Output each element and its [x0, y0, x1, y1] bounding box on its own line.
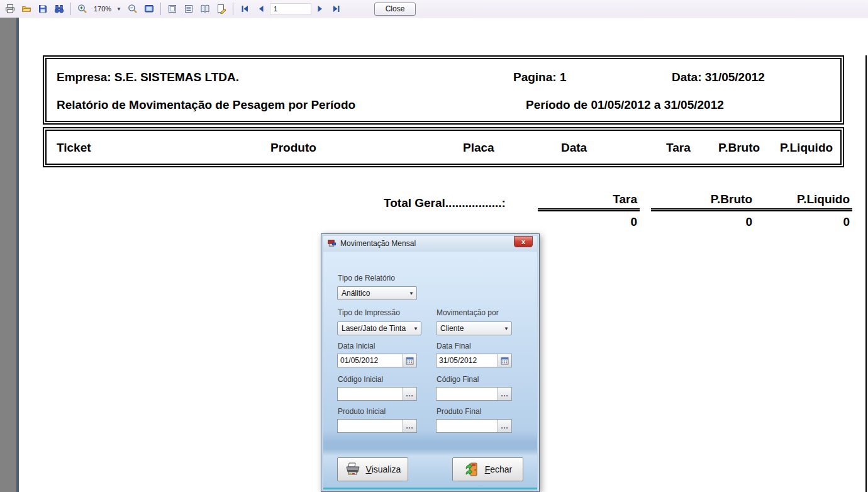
total-tara-value: 0: [538, 211, 640, 229]
tipo-impressao-label: Tipo de Impressão: [338, 308, 400, 317]
preview-gutter: [0, 18, 16, 492]
next-page-icon: [315, 4, 325, 14]
fit-window-button[interactable]: [142, 2, 157, 16]
movimentacao-por-label: Movimentação por: [437, 308, 499, 317]
produto-final-label: Produto Final: [437, 407, 481, 416]
first-page-button[interactable]: [237, 2, 252, 16]
dialog-body: Tipo de Relatório Análitico ▼ Tipo de Im…: [323, 252, 537, 489]
chevron-down-icon: ▼: [116, 6, 121, 12]
fechar-button[interactable]: Fechar: [452, 457, 523, 481]
zoom-out-button[interactable]: [125, 2, 140, 16]
column-header-data: Data: [561, 141, 587, 155]
column-header-tara: Tara: [666, 141, 691, 155]
save-button[interactable]: [35, 2, 50, 16]
chevron-down-icon: ▼: [411, 322, 421, 335]
codigo-inicial-input[interactable]: [338, 388, 403, 400]
column-header-ticket: Ticket: [57, 141, 91, 155]
page-number-input[interactable]: [270, 3, 311, 15]
open-folder-icon: [21, 4, 31, 14]
total-tara-header: Tara: [538, 193, 640, 211]
toolbar-separator: [70, 3, 71, 15]
total-pbruto-header: P.Bruto: [651, 193, 755, 211]
toolbar-separator: [160, 3, 161, 15]
total-pbruto-value: 0: [651, 211, 755, 229]
next-page-button[interactable]: [313, 2, 328, 16]
save-icon: [38, 4, 48, 14]
column-header-pliquido: P.Liquido: [780, 141, 833, 155]
zoom-level-dropdown[interactable]: 170% ▼: [91, 3, 124, 15]
data-final-field: [436, 354, 512, 367]
movimentacao-por-combo[interactable]: Cliente ▼: [436, 321, 512, 335]
produto-inicial-label: Produto Inicial: [338, 407, 386, 416]
first-page-icon: [240, 4, 250, 14]
report-date: Data: 31/05/2012: [672, 70, 765, 84]
codigo-inicial-lookup-button[interactable]: ...: [403, 388, 416, 400]
column-header-produto: Produto: [270, 141, 316, 155]
prev-page-button[interactable]: [253, 2, 269, 16]
tipo-impressao-combo[interactable]: Laser/Jato de Tinta ▼: [337, 321, 421, 335]
report-company: Empresa: S.E. SISTEMAS LTDA.: [57, 70, 239, 84]
movimentacao-mensal-dialog: Movimentação Mensal x Tipo de Relatório …: [321, 233, 540, 492]
column-header-pbruto: P.Bruto: [718, 141, 760, 155]
preview-toolbar: 170% ▼ Close: [0, 0, 868, 18]
tipo-relatorio-combo[interactable]: Análitico ▼: [337, 286, 417, 300]
codigo-final-field: ...: [436, 387, 512, 401]
open-book-icon: [200, 4, 210, 14]
calendar-icon: [406, 357, 414, 365]
open-button[interactable]: [19, 2, 34, 16]
report-columns-box: Ticket Produto Placa Data Tara P.Bruto P…: [43, 127, 844, 167]
dialog-close-button[interactable]: x: [514, 236, 533, 247]
print-button[interactable]: [3, 2, 18, 16]
print-icon: [5, 4, 15, 14]
data-final-label: Data Final: [437, 342, 471, 350]
dialog-titlebar[interactable]: Movimentação Mensal: [322, 235, 538, 252]
whole-page-view-button[interactable]: [165, 2, 180, 16]
data-inicial-input[interactable]: [338, 354, 403, 367]
codigo-final-label: Código Final: [437, 375, 479, 384]
find-button[interactable]: [52, 2, 67, 16]
zoom-level-value: 170%: [94, 5, 111, 13]
data-final-calendar-button[interactable]: [498, 354, 511, 367]
page-lines-icon: [184, 4, 194, 14]
visualiza-label: Visualiza: [366, 464, 401, 474]
codigo-inicial-label: Código Inicial: [338, 375, 383, 384]
total-geral-label: Total Geral.................:: [384, 196, 506, 210]
tipo-impressao-value: Laser/Jato de Tinta: [342, 324, 411, 333]
visualiza-button[interactable]: Visualiza: [337, 457, 408, 481]
produto-inicial-input[interactable]: [338, 420, 403, 432]
exit-door-icon: [464, 461, 480, 478]
produto-final-lookup-button[interactable]: ...: [498, 420, 511, 432]
edit-page-icon: [216, 4, 226, 14]
app-icon: [327, 238, 337, 248]
last-page-icon: [331, 4, 342, 14]
single-page-icon: [167, 4, 177, 14]
dialog-title: Movimentação Mensal: [340, 239, 416, 248]
chevron-down-icon: ▼: [501, 322, 511, 335]
tipo-relatorio-value: Análitico: [342, 289, 406, 298]
edit-page-button[interactable]: [214, 2, 229, 16]
column-header-placa: Placa: [463, 141, 494, 155]
produto-final-field: ...: [436, 419, 512, 433]
data-final-input[interactable]: [437, 354, 498, 367]
movimentacao-por-value: Cliente: [440, 324, 501, 333]
last-page-button[interactable]: [329, 2, 344, 16]
chevron-down-icon: ▼: [406, 287, 416, 299]
report-right-border: [865, 55, 867, 492]
zoom-in-button[interactable]: [75, 2, 90, 16]
codigo-final-lookup-button[interactable]: ...: [498, 388, 511, 400]
data-inicial-calendar-button[interactable]: [403, 354, 416, 367]
page-width-view-button[interactable]: [181, 2, 196, 16]
data-inicial-field: [337, 354, 417, 367]
calendar-icon: [501, 357, 509, 365]
close-preview-button[interactable]: Close: [374, 3, 416, 16]
codigo-final-input[interactable]: [437, 388, 498, 400]
produto-inicial-lookup-button[interactable]: ...: [403, 420, 416, 432]
report-page-number: Pagina: 1: [513, 70, 566, 84]
toolbar-separator: [233, 3, 233, 15]
printer-icon: [345, 461, 361, 478]
facing-pages-button[interactable]: [198, 2, 213, 16]
produto-final-input[interactable]: [437, 420, 498, 432]
ellipsis-icon: ...: [406, 424, 413, 428]
report-period: Período de 01/05/2012 a 31/05/2012: [526, 98, 724, 112]
total-pliquido-header: P.Liquido: [748, 193, 852, 211]
